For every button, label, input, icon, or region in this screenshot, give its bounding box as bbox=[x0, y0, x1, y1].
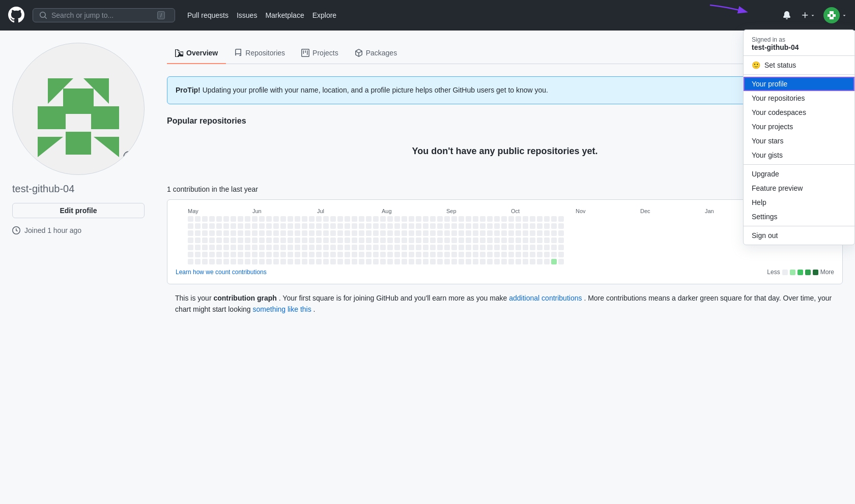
new-button[interactable] bbox=[799, 9, 817, 21]
graph-cell bbox=[530, 216, 535, 222]
graph-cell bbox=[508, 245, 514, 250]
graph-cell bbox=[252, 216, 258, 222]
graph-cell bbox=[280, 230, 286, 236]
tab-packages[interactable]: Packages bbox=[347, 43, 405, 64]
graph-cell bbox=[302, 230, 307, 236]
graph-cell bbox=[309, 245, 315, 250]
graph-cell bbox=[444, 245, 450, 250]
graph-cell bbox=[231, 216, 236, 222]
tab-overview-label: Overview bbox=[186, 49, 218, 57]
graph-cell bbox=[558, 245, 564, 250]
graph-cell bbox=[480, 252, 486, 257]
search-bar[interactable]: / bbox=[33, 8, 175, 22]
month-sep: Sep bbox=[446, 208, 511, 214]
nav-issues[interactable]: Issues bbox=[237, 11, 257, 19]
graph-cell bbox=[501, 252, 507, 257]
notifications-button[interactable] bbox=[781, 9, 793, 21]
avatar-button[interactable] bbox=[823, 7, 847, 23]
nav-explore[interactable]: Explore bbox=[312, 11, 336, 19]
graph-cell bbox=[238, 230, 243, 236]
dropdown-menu: Signed in as test-github-04 🙂 Set status… bbox=[743, 29, 855, 245]
graph-cell bbox=[295, 252, 300, 257]
graph-cell bbox=[451, 223, 457, 229]
graph-cell bbox=[337, 223, 343, 229]
graph-cell bbox=[359, 230, 364, 236]
graph-cell bbox=[373, 259, 379, 264]
set-status-label: Set status bbox=[764, 61, 796, 69]
graph-cell bbox=[387, 230, 393, 236]
your-stars-label: Your stars bbox=[752, 137, 784, 145]
graph-cell bbox=[245, 223, 250, 229]
graph-cell bbox=[188, 245, 193, 250]
graph-cell bbox=[394, 223, 400, 229]
tab-repositories[interactable]: Repositories bbox=[226, 43, 293, 64]
graph-cell bbox=[323, 252, 329, 257]
graph-cell bbox=[537, 245, 543, 250]
contrib-desc-1: This is your bbox=[175, 294, 213, 302]
github-logo[interactable] bbox=[8, 7, 24, 24]
graph-cell bbox=[387, 216, 393, 222]
graph-cell bbox=[195, 238, 201, 243]
graph-week bbox=[480, 216, 486, 264]
graph-cell bbox=[323, 238, 329, 243]
upgrade-item[interactable]: Upgrade bbox=[744, 167, 854, 181]
graph-cell bbox=[437, 245, 443, 250]
sign-out-item[interactable]: Sign out bbox=[744, 228, 854, 243]
svg-rect-10 bbox=[91, 106, 119, 129]
contribution-description: This is your contribution graph . Your f… bbox=[167, 284, 843, 323]
graph-cell bbox=[330, 223, 336, 229]
contrib-desc-link2[interactable]: something like this bbox=[253, 305, 311, 313]
graph-week bbox=[494, 216, 500, 264]
graph-cell bbox=[209, 223, 215, 229]
graph-week bbox=[380, 216, 386, 264]
graph-cell bbox=[459, 259, 464, 264]
help-item[interactable]: Help bbox=[744, 195, 854, 210]
graph-cell bbox=[516, 230, 521, 236]
graph-cell bbox=[409, 216, 414, 222]
contribution-count-link[interactable]: Learn how we count contributions bbox=[176, 269, 267, 276]
edit-avatar-icon[interactable] bbox=[123, 151, 135, 165]
graph-cell bbox=[238, 223, 243, 229]
project-icon bbox=[301, 49, 309, 57]
graph-cell bbox=[501, 223, 507, 229]
feature-preview-item[interactable]: Feature preview bbox=[744, 181, 854, 195]
your-gists-item[interactable]: Your gists bbox=[744, 148, 854, 162]
your-repositories-item[interactable]: Your repositories bbox=[744, 91, 854, 105]
tab-projects[interactable]: Projects bbox=[293, 43, 347, 64]
graph-cell bbox=[252, 223, 258, 229]
graph-cell bbox=[231, 252, 236, 257]
nav-marketplace[interactable]: Marketplace bbox=[265, 11, 304, 19]
graph-cell bbox=[516, 238, 521, 243]
graph-cell bbox=[544, 259, 550, 264]
search-input[interactable] bbox=[51, 11, 153, 19]
bell-icon bbox=[783, 11, 791, 19]
settings-item[interactable]: Settings bbox=[744, 210, 854, 224]
nav-pull-requests[interactable]: Pull requests bbox=[187, 11, 229, 19]
graph-cell bbox=[430, 245, 436, 250]
graph-cell bbox=[316, 216, 322, 222]
graph-cell bbox=[508, 252, 514, 257]
graph-cell bbox=[473, 216, 478, 222]
contrib-desc-link1[interactable]: additional contributions bbox=[509, 294, 582, 302]
graph-cell bbox=[259, 230, 265, 236]
graph-cell bbox=[280, 216, 286, 222]
graph-cell bbox=[501, 230, 507, 236]
graph-cell bbox=[537, 223, 543, 229]
avatar-image bbox=[17, 48, 139, 170]
your-codespaces-item[interactable]: Your codespaces bbox=[744, 105, 854, 120]
graph-container bbox=[176, 216, 834, 264]
set-status-item[interactable]: 🙂 Set status bbox=[744, 58, 854, 72]
graph-cell bbox=[402, 223, 407, 229]
graph-cell bbox=[451, 245, 457, 250]
your-profile-item[interactable]: Your profile bbox=[744, 77, 854, 91]
tab-overview[interactable]: Overview bbox=[167, 43, 226, 64]
graph-cell bbox=[551, 252, 557, 257]
protip-box: ProTip! Updating your profile with your … bbox=[167, 76, 843, 104]
your-stars-item[interactable]: Your stars bbox=[744, 134, 854, 148]
graph-cell bbox=[295, 216, 300, 222]
graph-cell bbox=[302, 259, 307, 264]
graph-cell bbox=[302, 223, 307, 229]
graph-cell bbox=[480, 230, 486, 236]
your-projects-item[interactable]: Your projects bbox=[744, 120, 854, 134]
edit-profile-button[interactable]: Edit profile bbox=[12, 203, 145, 218]
